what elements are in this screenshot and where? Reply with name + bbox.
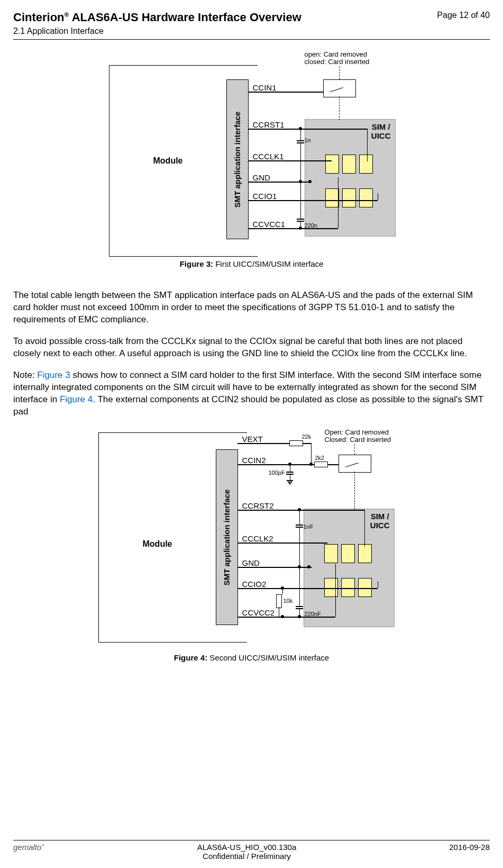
val-220nf: 220nF	[305, 611, 321, 617]
paragraph-1: The total cable length between the SMT a…	[13, 290, 490, 326]
resistor-2k2	[314, 462, 328, 467]
note-open-2: Open: Card removed	[325, 428, 389, 436]
sig-ccclk1: CCCLK1	[253, 152, 284, 161]
figure-4-diagram: Open: Card removed Closed: Card inserted…	[13, 428, 490, 648]
sig-ccrst1: CCRST1	[253, 120, 285, 129]
val-2k2: 2k2	[315, 455, 325, 461]
sig-ccio2: CCIO2	[242, 580, 267, 589]
doc-title: Cinterion® ALAS6A-US Hardware Interface …	[13, 11, 301, 24]
sig-gnd: GND	[253, 173, 270, 182]
val-10k: 10k	[283, 598, 293, 604]
sig-vext: VEXT	[242, 435, 263, 444]
doc-subtitle: 2.1 Application Interface	[13, 26, 301, 36]
sig-gnd2: GND	[242, 558, 260, 567]
sig-ccvcc2: CCVCC2	[242, 608, 275, 617]
sig-ccin1: CCIN1	[253, 83, 277, 92]
resistor-10k	[276, 594, 282, 608]
footer-conf: Confidential / Preliminary	[197, 852, 297, 861]
paragraph-3: Note: Figure 3 shows how to connect a SI…	[13, 369, 490, 418]
val-22k: 22k	[302, 433, 312, 440]
cap-1n: 1n	[305, 137, 311, 143]
module-label: Module	[153, 156, 183, 166]
paragraph-2: To avoid possible cross-talk from the CC…	[13, 336, 490, 360]
figure-4-caption: Figure 4: Second UICC/SIM/USIM interface	[13, 653, 490, 662]
footer: gemalto× ALAS6A-US_HIO_v00.130a Confiden…	[13, 836, 490, 861]
sim-box: SIM / UICC	[305, 119, 396, 237]
page-number: Page 12 of 40	[437, 11, 490, 20]
footer-logo: gemalto×	[13, 843, 44, 861]
val-100pf: 100pF	[269, 469, 285, 476]
sig-ccin2: CCIN2	[242, 456, 266, 465]
sim-box-2: SIM / UICC	[304, 509, 395, 627]
figure-3-caption: Figure 3: First UICC/SIM/USIM interface	[13, 259, 490, 268]
cap-220n: 220n	[305, 222, 317, 229]
module-label-2: Module	[143, 539, 172, 549]
note-closed-2: Closed: Card inserted	[325, 436, 391, 444]
sig-ccvcc1: CCVCC1	[253, 220, 286, 229]
smt-box: SMT application interface	[226, 79, 249, 239]
sim-label-2: SIM / UICC	[370, 512, 390, 530]
sig-ccrst2: CCRST2	[242, 501, 274, 510]
switch-icon	[323, 79, 356, 97]
footer-date: 2016-09-28	[449, 843, 490, 861]
header-rule	[13, 39, 490, 40]
smt-box-2: SMT application interface	[216, 449, 238, 625]
figure-3-diagram: open: Card removed closed: Card inserted…	[13, 50, 490, 254]
link-figure-4[interactable]: Figure 4	[60, 394, 93, 404]
sig-ccio1: CCIO1	[253, 192, 277, 201]
sig-ccclk2: CCCLK2	[242, 534, 273, 543]
footer-docid: ALAS6A-US_HIO_v00.130a	[197, 843, 297, 852]
link-figure-3[interactable]: Figure 3	[37, 370, 70, 380]
switch-icon-2	[339, 455, 371, 473]
note-closed: closed: Card inserted	[305, 58, 370, 66]
val-1nf: 1nF	[304, 523, 314, 530]
note-open: open: Card removed	[305, 50, 368, 58]
sim-label: SIM / UICC	[371, 123, 391, 140]
resistor-22k	[289, 440, 303, 446]
